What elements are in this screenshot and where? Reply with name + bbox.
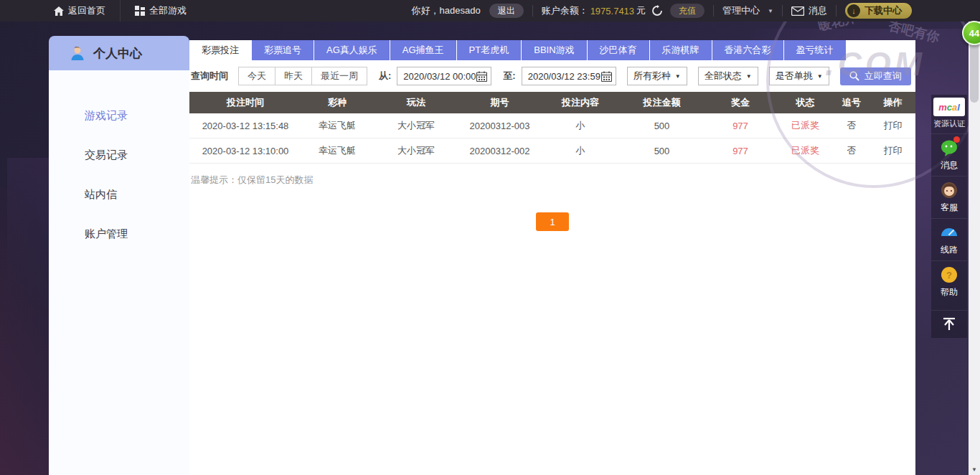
page-1-button[interactable]: 1 [536, 212, 569, 231]
col-header: 彩种 [301, 92, 373, 113]
download-center-label: 下载中心 [864, 4, 902, 17]
tab-hk-lottery[interactable]: 香港六合彩 [712, 40, 784, 60]
sidebar: 个人中心 游戏记录 交易记录 站内信 账户管理 [49, 36, 189, 475]
balance-label: 账户余额： [542, 4, 588, 17]
all-games-label: 全部游戏 [149, 4, 187, 17]
print-link[interactable]: 打印 [870, 113, 915, 138]
cert-label: 资源认证 [933, 118, 965, 129]
all-games-link[interactable]: 全部游戏 [135, 0, 187, 22]
to-date-input[interactable]: 2020/03/12 23:59 [522, 67, 616, 85]
grid-icon [135, 6, 145, 16]
status-value: 全部状态 [705, 70, 742, 83]
cell-issue: 20200312-002 [459, 138, 540, 163]
cell-issue: 20200312-003 [459, 113, 540, 138]
cell-playtype: 大小冠军 [373, 138, 459, 163]
tab-bar: 彩票投注 彩票追号 AG真人娱乐 AG捕鱼王 PT老虎机 BBIN游戏 沙巴体育… [189, 40, 915, 60]
home-label: 返回首页 [68, 4, 105, 17]
tab-ag-fishing[interactable]: AG捕鱼王 [390, 40, 457, 60]
logout-button[interactable]: 退出 [489, 4, 524, 18]
single-pick-value: 是否单挑 [776, 70, 813, 83]
cell-chase: 否 [833, 113, 870, 138]
lottery-type-select[interactable]: 所有彩种 ▼ [627, 67, 687, 85]
single-pick-select[interactable]: 是否单挑 ▼ [769, 67, 829, 85]
cell-playtype: 大小冠军 [373, 113, 459, 138]
cell-amount: 500 [621, 138, 703, 163]
messages-label: 消息 [809, 4, 827, 17]
sidebar-title: 个人中心 [93, 45, 142, 62]
to-date-value: 2020/03/12 23:59 [528, 71, 600, 82]
divider [713, 5, 714, 17]
chevron-down-icon: ▼ [675, 73, 681, 80]
svg-text:?: ? [946, 270, 952, 281]
table-row: 2020-03-12 13:15:48 幸运飞艇 大小冠军 20200312-0… [189, 113, 915, 138]
sidebar-item-site-mail[interactable]: 站内信 [49, 178, 189, 212]
float-item-help[interactable]: ? 帮助 [931, 260, 967, 303]
balance-value: 1975.7413 [590, 6, 634, 17]
greeting-text: 你好，hadesado [412, 4, 481, 17]
print-link[interactable]: 打印 [870, 138, 915, 163]
tab-lottery-chase[interactable]: 彩票追号 [252, 40, 314, 60]
tab-leyou-chess[interactable]: 乐游棋牌 [650, 40, 712, 60]
recharge-button[interactable]: 充值 [670, 4, 705, 18]
pagination: 1 [189, 212, 915, 231]
filter-bar: 查询时间 今天 昨天 最近一周 从: 2020/03/12 00:00 至: [189, 63, 915, 89]
tab-pt-slots[interactable]: PT老虎机 [457, 40, 522, 60]
float-label: 帮助 [941, 286, 958, 298]
sidebar-menu: 游戏记录 交易记录 站内信 账户管理 [49, 70, 189, 475]
download-icon: ↓ [847, 4, 860, 17]
page: 暖花开 杏吧有你 .COM 返回首页 全部游戏 你好，hadesado 退出 账… [0, 0, 980, 475]
admin-center-menu[interactable]: 管理中心 ▼ [722, 0, 773, 22]
yesterday-button[interactable]: 昨天 [275, 67, 312, 85]
chevron-down-icon: ▼ [817, 73, 823, 80]
tab-ag-live[interactable]: AG真人娱乐 [314, 40, 390, 60]
sidebar-item-game-records[interactable]: 游戏记录 [49, 99, 189, 133]
calendar-icon[interactable] [476, 71, 487, 82]
scrollbar[interactable]: ▲ ▼ [969, 22, 980, 475]
scroll-down-arrow[interactable]: ▼ [969, 464, 980, 475]
refresh-icon[interactable] [651, 5, 663, 17]
cell-bet-time: 2020-03-12 13:15:48 [189, 113, 301, 138]
floating-toolbar: mcal 资源认证 消息 客服 [931, 95, 967, 338]
admin-center-label: 管理中心 [722, 4, 760, 17]
col-header: 状态 [778, 92, 833, 113]
float-item-lines[interactable]: 线路 [931, 218, 967, 260]
tab-bbin[interactable]: BBIN游戏 [522, 40, 587, 60]
float-item-messages[interactable]: 消息 [931, 133, 967, 176]
tab-profit-stats[interactable]: 盈亏统计 [784, 40, 847, 60]
cell-chase: 否 [833, 138, 870, 163]
col-header: 投注金额 [621, 92, 703, 113]
divider [782, 5, 783, 17]
tab-saba-sports[interactable]: 沙巴体育 [588, 40, 650, 60]
from-date-input[interactable]: 2020/03/12 00:00 [397, 67, 491, 85]
notification-badge[interactable]: 44 [962, 21, 980, 45]
cell-content: 小 [540, 138, 621, 163]
float-label: 消息 [941, 159, 958, 171]
sidebar-item-transaction-records[interactable]: 交易记录 [49, 138, 189, 172]
cell-bet-time: 2020-03-12 13:10:00 [189, 138, 301, 163]
sidebar-item-account-management[interactable]: 账户管理 [49, 217, 189, 251]
calendar-icon[interactable] [601, 71, 612, 82]
col-header: 追号 [833, 92, 870, 113]
float-item-service[interactable]: 客服 [931, 176, 967, 218]
cell-content: 小 [540, 113, 621, 138]
messages-link[interactable]: 消息 [791, 0, 827, 22]
search-button[interactable]: 立即查询 [840, 67, 911, 85]
download-center-button[interactable]: ↓ 下载中心 [845, 3, 912, 19]
from-label: 从: [379, 70, 391, 83]
back-to-top-button[interactable] [931, 310, 967, 334]
chat-icon [940, 138, 958, 157]
main-panel: 彩票投注 彩票追号 AG真人娱乐 AG捕鱼王 PT老虎机 BBIN游戏 沙巴体育… [189, 40, 915, 475]
home-link[interactable]: 返回首页 [54, 0, 105, 22]
envelope-icon [791, 6, 804, 16]
cell-lottery: 幸运飞艇 [301, 138, 373, 163]
col-header: 玩法 [373, 92, 459, 113]
cert-logo[interactable]: mcal [933, 98, 965, 116]
divider [120, 0, 121, 22]
balance-unit: 元 [636, 4, 646, 17]
status-select[interactable]: 全部状态 ▼ [698, 67, 758, 85]
today-button[interactable]: 今天 [238, 67, 275, 85]
chevron-down-icon: ▼ [746, 73, 752, 80]
last-week-button[interactable]: 最近一周 [312, 67, 367, 85]
tab-lottery-bets[interactable]: 彩票投注 [189, 40, 252, 60]
search-label: 立即查询 [864, 70, 902, 83]
